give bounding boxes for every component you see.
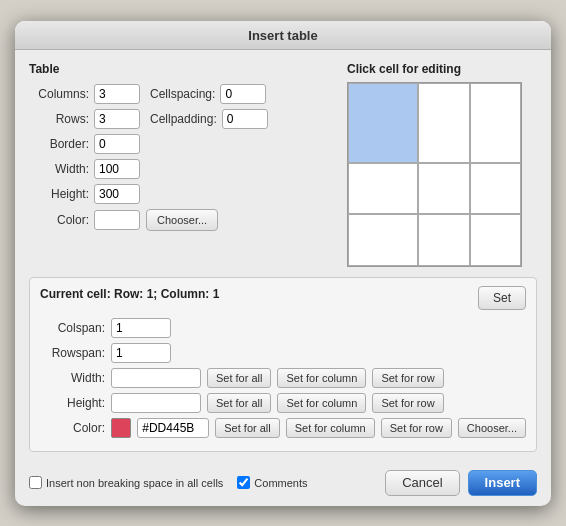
insert-button[interactable]: Insert <box>468 470 537 496</box>
cc-color-row: Color: Set for all Set for column Set fo… <box>40 418 526 438</box>
height-input[interactable] <box>94 184 140 204</box>
insert-table-dialog: Insert table Table Columns: Cellspacing:… <box>15 21 551 506</box>
footer-bar: Insert non breaking space in all cells C… <box>15 462 551 506</box>
cancel-button[interactable]: Cancel <box>385 470 459 496</box>
comments-checkbox-text: Comments <box>254 477 307 489</box>
cell-1-3[interactable] <box>470 83 522 163</box>
border-input[interactable] <box>94 134 140 154</box>
height-label: Height: <box>29 187 89 201</box>
color-label: Color: <box>29 213 89 227</box>
dialog-titlebar: Insert table <box>15 21 551 50</box>
width-set-for-row-button[interactable]: Set for row <box>372 368 443 388</box>
table-settings: Table Columns: Cellspacing: Rows: Cellpa… <box>29 62 335 267</box>
cell-3-1[interactable] <box>348 214 418 266</box>
rows-input[interactable] <box>94 109 140 129</box>
table-section-title: Table <box>29 62 335 76</box>
cell-1-2[interactable] <box>418 83 470 163</box>
rowspan-input[interactable] <box>111 343 171 363</box>
colspan-label: Colspan: <box>40 321 105 335</box>
cc-height-label: Height: <box>40 396 105 410</box>
border-label: Border: <box>29 137 89 151</box>
colspan-input[interactable] <box>111 318 171 338</box>
colspan-row: Colspan: <box>40 318 526 338</box>
dialog-body: Table Columns: Cellspacing: Rows: Cellpa… <box>15 50 551 462</box>
cellspacing-input[interactable] <box>220 84 266 104</box>
cc-height-input[interactable] <box>111 393 201 413</box>
height-set-for-row-button[interactable]: Set for row <box>372 393 443 413</box>
top-section: Table Columns: Cellspacing: Rows: Cellpa… <box>29 62 537 267</box>
color-set-for-column-button[interactable]: Set for column <box>286 418 375 438</box>
cell-2-2[interactable] <box>418 163 470 215</box>
space-checkbox[interactable] <box>29 476 42 489</box>
dialog-title: Insert table <box>248 28 317 43</box>
height-row: Height: <box>29 184 335 204</box>
cc-color-input[interactable] <box>137 418 209 438</box>
table-color-swatch[interactable] <box>94 210 140 230</box>
current-cell-section: Current cell: Row: 1; Column: 1 Set Cols… <box>29 277 537 452</box>
height-set-for-all-button[interactable]: Set for all <box>207 393 271 413</box>
cellpadding-label: Cellpadding: <box>150 112 217 126</box>
columns-row: Columns: Cellspacing: <box>29 84 335 104</box>
space-checkbox-label[interactable]: Insert non breaking space in all cells <box>29 476 223 489</box>
cell-preview-title: Click cell for editing <box>347 62 537 76</box>
border-row: Border: <box>29 134 335 154</box>
cell-1-1[interactable] <box>348 83 418 163</box>
comments-checkbox[interactable] <box>237 476 250 489</box>
rowspan-row: Rowspan: <box>40 343 526 363</box>
rows-row: Rows: Cellpadding: <box>29 109 335 129</box>
cell-2-1[interactable] <box>348 163 418 215</box>
cc-width-input[interactable] <box>111 368 201 388</box>
cellspacing-label: Cellspacing: <box>150 87 215 101</box>
color-chooser-button[interactable]: Chooser... <box>458 418 526 438</box>
columns-input[interactable] <box>94 84 140 104</box>
space-checkbox-text: Insert non breaking space in all cells <box>46 477 223 489</box>
color-set-for-all-button[interactable]: Set for all <box>215 418 279 438</box>
rowspan-label: Rowspan: <box>40 346 105 360</box>
cell-3-2[interactable] <box>418 214 470 266</box>
color-set-for-row-button[interactable]: Set for row <box>381 418 452 438</box>
cc-height-row: Height: Set for all Set for column Set f… <box>40 393 526 413</box>
comments-checkbox-label[interactable]: Comments <box>237 476 307 489</box>
width-row: Width: <box>29 159 335 179</box>
columns-label: Columns: <box>29 87 89 101</box>
width-input[interactable] <box>94 159 140 179</box>
cc-color-label: Color: <box>40 421 105 435</box>
cell-2-3[interactable] <box>470 163 522 215</box>
current-cell-title: Current cell: Row: 1; Column: 1 <box>40 287 219 301</box>
cell-3-3[interactable] <box>470 214 522 266</box>
cell-preview-section: Click cell for editing <box>347 62 537 267</box>
cellpadding-input[interactable] <box>222 109 268 129</box>
color-row: Color: Chooser... <box>29 209 335 231</box>
rows-label: Rows: <box>29 112 89 126</box>
height-set-for-column-button[interactable]: Set for column <box>277 393 366 413</box>
cc-width-label: Width: <box>40 371 105 385</box>
table-chooser-button[interactable]: Chooser... <box>146 209 218 231</box>
cell-grid <box>347 82 522 267</box>
set-button[interactable]: Set <box>478 286 526 310</box>
width-set-for-all-button[interactable]: Set for all <box>207 368 271 388</box>
cc-width-row: Width: Set for all Set for column Set fo… <box>40 368 526 388</box>
cc-color-swatch[interactable] <box>111 418 131 438</box>
width-set-for-column-button[interactable]: Set for column <box>277 368 366 388</box>
width-label: Width: <box>29 162 89 176</box>
